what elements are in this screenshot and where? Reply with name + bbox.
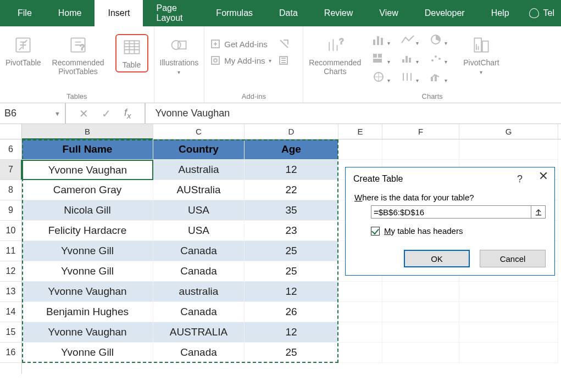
stock-chart-icon[interactable]: ▾ <box>401 71 424 87</box>
pie-chart-icon[interactable]: ▾ <box>429 34 452 49</box>
close-icon[interactable] <box>539 175 547 183</box>
cell[interactable] <box>459 139 558 160</box>
cell[interactable]: 25 <box>245 261 338 282</box>
cell[interactable]: Age <box>245 139 338 160</box>
range-selector-button[interactable] <box>531 205 546 219</box>
cell[interactable]: Australia <box>153 160 245 180</box>
cell[interactable] <box>338 322 382 343</box>
cell[interactable] <box>382 282 459 302</box>
col-header-d[interactable]: D <box>245 124 338 139</box>
help-icon[interactable]: ? <box>517 173 523 185</box>
tab-data[interactable]: Data <box>266 0 311 26</box>
col-header-e[interactable]: E <box>338 124 382 139</box>
cell[interactable]: Nicola Gill <box>22 200 153 221</box>
recommended-charts-button[interactable]: ? Recommended Charts <box>309 34 361 76</box>
tab-file[interactable]: File <box>4 0 45 26</box>
cell[interactable]: 25 <box>245 343 338 363</box>
cell[interactable] <box>382 343 459 363</box>
tab-developer[interactable]: Developer <box>412 0 478 26</box>
row-header[interactable]: 12 <box>0 261 22 282</box>
fx-icon[interactable]: fx <box>124 107 131 120</box>
tab-view[interactable]: View <box>366 0 411 26</box>
tab-help[interactable]: Help <box>478 0 523 26</box>
cell[interactable]: Yvonne Vaughan <box>22 160 153 180</box>
cell[interactable]: 22 <box>245 180 338 200</box>
tab-home[interactable]: Home <box>45 0 95 26</box>
cell[interactable] <box>338 302 382 322</box>
row-header[interactable]: 8 <box>0 180 22 200</box>
cell[interactable] <box>382 322 459 343</box>
row-header[interactable]: 6 <box>0 139 22 160</box>
get-addins-button[interactable]: Get Add-ins <box>210 38 289 49</box>
row-header[interactable]: 15 <box>0 322 22 343</box>
cell[interactable]: 23 <box>245 221 338 241</box>
row-header[interactable]: 9 <box>0 200 22 221</box>
cell[interactable]: Country <box>153 139 245 160</box>
hierarchy-chart-icon[interactable]: ▾ <box>372 53 395 68</box>
cell[interactable]: Yvonne Gill <box>22 343 153 363</box>
ok-button[interactable]: OK <box>404 250 470 267</box>
cell[interactable]: Full Name <box>22 139 153 160</box>
map-chart-icon[interactable]: ▾ <box>372 71 395 87</box>
row-header[interactable]: 11 <box>0 241 22 261</box>
cancel-button[interactable]: Cancel <box>480 250 546 267</box>
row-header[interactable]: 13 <box>0 282 22 302</box>
tab-review[interactable]: Review <box>311 0 366 26</box>
combo-chart-icon[interactable]: ▾ <box>429 71 452 87</box>
formula-input[interactable]: Yvonne Vaughan <box>146 108 230 119</box>
name-box[interactable]: B6 ▼ <box>0 103 66 124</box>
cell[interactable]: 12 <box>245 282 338 302</box>
cell[interactable] <box>338 139 382 160</box>
line-chart-icon[interactable]: ▾ <box>401 34 424 49</box>
cell[interactable]: Canada <box>153 261 245 282</box>
cell[interactable]: Yvonne Gill <box>22 241 153 261</box>
row-header[interactable]: 14 <box>0 302 22 322</box>
cell[interactable]: USA <box>153 200 245 221</box>
tab-formulas[interactable]: Formulas <box>203 0 266 26</box>
cell[interactable]: Yvonne Vaughan <box>22 322 153 343</box>
cell[interactable] <box>338 282 382 302</box>
cell[interactable]: 25 <box>245 241 338 261</box>
cell[interactable]: 12 <box>245 322 338 343</box>
col-header-b[interactable]: B <box>22 124 153 139</box>
confirm-formula-icon[interactable]: ✓ <box>102 107 111 120</box>
table-button[interactable]: Table <box>115 34 148 72</box>
pivotchart-button[interactable]: PivotChart▾ <box>463 34 499 76</box>
cell[interactable] <box>382 302 459 322</box>
cell[interactable] <box>382 139 459 160</box>
cell[interactable]: Felicity Hardacre <box>22 221 153 241</box>
select-all-corner[interactable] <box>0 124 22 139</box>
cell[interactable] <box>459 322 558 343</box>
cell[interactable]: Yvonne Gill <box>22 261 153 282</box>
cell[interactable]: Cameron Gray <box>22 180 153 200</box>
tell-me[interactable]: Tel <box>523 0 561 26</box>
col-header-c[interactable]: C <box>153 124 245 139</box>
cell[interactable] <box>338 343 382 363</box>
column-chart-icon[interactable]: ▾ <box>372 34 395 49</box>
cell[interactable]: australia <box>153 282 245 302</box>
pivottable-button[interactable]: PivotTable <box>5 34 41 67</box>
cell[interactable] <box>459 343 558 363</box>
scatter-chart-icon[interactable]: ▾ <box>429 53 452 68</box>
cell[interactable]: Yvonne Vaughan <box>22 282 153 302</box>
cell[interactable]: Canada <box>153 241 245 261</box>
cell[interactable]: 26 <box>245 302 338 322</box>
cell[interactable]: AUSTRALIA <box>153 322 245 343</box>
row-header[interactable]: 10 <box>0 221 22 241</box>
row-header[interactable]: 16 <box>0 343 22 363</box>
cell[interactable]: 12 <box>245 160 338 180</box>
statistical-chart-icon[interactable]: ▾ <box>401 53 424 68</box>
cell[interactable] <box>459 282 558 302</box>
cell[interactable]: Canada <box>153 343 245 363</box>
cancel-formula-icon[interactable]: ✕ <box>79 107 88 120</box>
col-header-g[interactable]: G <box>459 124 558 139</box>
cell[interactable]: Canada <box>153 302 245 322</box>
cell[interactable]: Benjamin Hughes <box>22 302 153 322</box>
cell[interactable]: AUStralia <box>153 180 245 200</box>
tab-page-layout[interactable]: Page Layout <box>143 0 203 26</box>
tab-insert[interactable]: Insert <box>95 0 143 26</box>
my-addins-button[interactable]: My Add-ins ▾ <box>210 55 288 66</box>
col-header-f[interactable]: F <box>382 124 459 139</box>
cell[interactable]: USA <box>153 221 245 241</box>
range-input[interactable] <box>371 205 531 219</box>
